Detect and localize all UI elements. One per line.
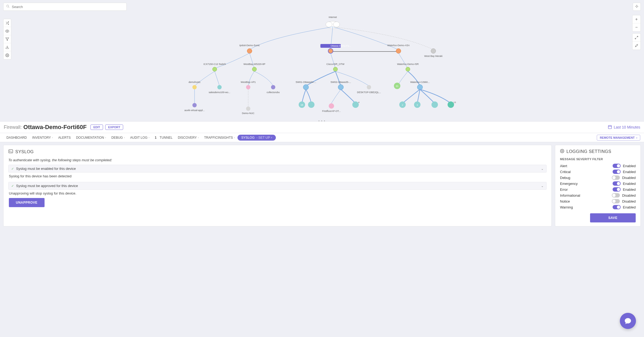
svg-point-65 bbox=[562, 151, 563, 152]
svg-text:Ottawa-Demo-Fo...: Ottawa-Demo-Fo... bbox=[331, 45, 351, 47]
shuffle-icon[interactable] bbox=[3, 19, 11, 27]
svg-line-57 bbox=[8, 7, 9, 8]
search-icon bbox=[6, 4, 10, 9]
severity-toggle[interactable] bbox=[613, 205, 621, 209]
tab-documentation[interactable]: DOCUMENTATION› bbox=[73, 133, 109, 142]
severity-row-warning: Warning Enabled bbox=[560, 204, 636, 210]
unapprove-button[interactable]: UNAPPROVE bbox=[9, 198, 45, 207]
svg-text:demohost1: demohost1 bbox=[189, 81, 201, 83]
terminal-icon bbox=[8, 149, 13, 155]
remote-management-button[interactable]: REMOTE MANAGEMENT› bbox=[597, 135, 640, 141]
tab-syslog[interactable]: SYSLOG- SET UP› bbox=[237, 135, 276, 141]
search-box[interactable] bbox=[3, 3, 127, 11]
device-tabs: DASHBOARD INVENTORY› ALERTS DOCUMENTATIO… bbox=[0, 133, 644, 142]
download-icon[interactable] bbox=[3, 43, 11, 51]
search-input[interactable] bbox=[12, 5, 124, 9]
svg-text:Waterloo-Demo-ISR: Waterloo-Demo-ISR bbox=[397, 63, 419, 65]
svg-point-53 bbox=[431, 101, 438, 108]
gear-icon[interactable] bbox=[3, 51, 11, 59]
zoom-in-button[interactable]: + bbox=[632, 15, 641, 23]
severity-name: Informational bbox=[560, 193, 580, 197]
map-right-controls: + − bbox=[632, 15, 641, 50]
svg-text:DESKTOP-DBE2QL...: DESKTOP-DBE2QL... bbox=[357, 91, 381, 94]
tab-tunnel[interactable]: 1 TUNNEL bbox=[152, 133, 175, 142]
chat-fab[interactable] bbox=[620, 313, 636, 329]
check-icon: ✓ bbox=[11, 184, 14, 188]
zoom-out-button[interactable]: − bbox=[632, 23, 641, 31]
severity-toggle[interactable] bbox=[613, 181, 621, 186]
calendar-icon bbox=[608, 125, 612, 130]
severity-state: Disabled bbox=[622, 176, 636, 180]
syslog-step1-header[interactable]: ✓ Syslog must be enabled for this device… bbox=[8, 165, 547, 173]
svg-point-59 bbox=[7, 55, 8, 56]
export-button[interactable]: EXPORT bbox=[105, 124, 123, 130]
svg-point-24 bbox=[246, 85, 250, 89]
logging-title: LOGGING SETTINGS bbox=[566, 149, 611, 154]
severity-name: Alert bbox=[560, 164, 567, 168]
svg-text:SW02-Ottawa35-...: SW02-Ottawa35-... bbox=[331, 81, 351, 83]
syslog-step2-header[interactable]: ✓ Syslog must be approved for this devic… bbox=[8, 182, 547, 190]
svg-text:CiscoASR_OTW: CiscoASR_OTW bbox=[326, 63, 345, 65]
svg-text:WestBay-MS220-8P: WestBay-MS220-8P bbox=[243, 63, 265, 65]
severity-toggle[interactable] bbox=[612, 193, 620, 197]
severity-name: Notice bbox=[560, 199, 570, 203]
tab-alerts[interactable]: ALERTS bbox=[56, 133, 73, 142]
svg-text:2: 2 bbox=[402, 104, 403, 106]
severity-state: Disabled bbox=[622, 199, 636, 203]
svg-point-14 bbox=[252, 67, 257, 71]
map-left-toolbar bbox=[3, 19, 11, 60]
severity-toggle[interactable] bbox=[613, 164, 621, 168]
chevron-down-icon: ⌄ bbox=[541, 167, 544, 171]
severity-name: Emergency bbox=[560, 182, 578, 186]
severity-state: Disabled bbox=[622, 193, 636, 197]
severity-name: Warning bbox=[560, 205, 573, 209]
svg-rect-60 bbox=[608, 125, 612, 129]
severity-toggle[interactable] bbox=[613, 170, 621, 174]
device-type-label: Firewall: bbox=[4, 124, 22, 130]
severity-row-debug: Debug Disabled bbox=[560, 175, 636, 181]
severity-name: Error bbox=[560, 188, 568, 192]
svg-point-54 bbox=[448, 101, 454, 108]
svg-point-3 bbox=[247, 49, 252, 53]
syslog-auth-note: To authenticate with syslog, the followi… bbox=[8, 158, 547, 162]
tab-inventory[interactable]: INVENTORY› bbox=[30, 133, 56, 142]
edit-button[interactable]: EDIT bbox=[90, 124, 103, 130]
chevron-right-icon: › bbox=[124, 136, 125, 139]
svg-point-40 bbox=[246, 107, 250, 111]
eye-icon[interactable] bbox=[3, 27, 11, 35]
gear-icon bbox=[560, 149, 564, 154]
svg-point-1 bbox=[326, 22, 332, 27]
severity-row-alert: Alert Enabled bbox=[560, 163, 636, 169]
collapse-icon[interactable] bbox=[632, 42, 641, 50]
save-button[interactable]: SAVE bbox=[590, 213, 636, 222]
svg-point-47 bbox=[352, 101, 359, 108]
severity-toggle[interactable] bbox=[613, 187, 621, 192]
tab-discovery[interactable]: DISCOVERY› bbox=[175, 133, 202, 142]
filter-icon[interactable] bbox=[3, 35, 11, 43]
time-range-selector[interactable]: Last 10 Minutes bbox=[608, 125, 640, 130]
severity-row-informational: Informational Disabled bbox=[560, 192, 636, 198]
tab-auditlog[interactable]: AUDIT LOG› bbox=[127, 133, 152, 142]
svg-point-38 bbox=[192, 103, 197, 107]
severity-row-emergency: Emergency Enabled bbox=[560, 181, 636, 186]
svg-point-18 bbox=[406, 67, 410, 71]
tab-debug[interactable]: DEBUG› bbox=[109, 133, 127, 142]
syslog-step2-title: Syslog must be approved for this device bbox=[16, 184, 78, 188]
severity-toggle[interactable] bbox=[612, 199, 620, 203]
time-range-label: Last 10 Minutes bbox=[614, 125, 640, 129]
expand-icon[interactable] bbox=[632, 34, 641, 42]
severity-toggle[interactable] bbox=[612, 175, 620, 180]
tab-trafficinsights[interactable]: TRAFFICINSIGHTS› bbox=[202, 133, 238, 142]
svg-point-12 bbox=[213, 67, 217, 71]
svg-point-45 bbox=[329, 103, 334, 109]
chevron-right-icon: › bbox=[636, 136, 637, 139]
topology-canvas[interactable]: Internet Ipsluit-Demo-Sonic Ottawa-Demo-… bbox=[0, 0, 644, 119]
svg-text:Ipsluit-Demo-Sonic: Ipsluit-Demo-Sonic bbox=[239, 44, 260, 47]
tab-dashboard[interactable]: DASHBOARD bbox=[4, 133, 30, 142]
svg-text:FirstfloorAP-OT...: FirstfloorAP-OT... bbox=[322, 110, 341, 112]
device-name: Ottawa-Demo-Forti60F bbox=[23, 124, 87, 131]
svg-point-32 bbox=[367, 85, 371, 89]
svg-text:Demo-NUC: Demo-NUC bbox=[242, 112, 255, 115]
svg-text:SW01-Ottawa34-...: SW01-Ottawa34-... bbox=[296, 81, 316, 83]
ai-sparkle-button[interactable] bbox=[633, 3, 641, 11]
